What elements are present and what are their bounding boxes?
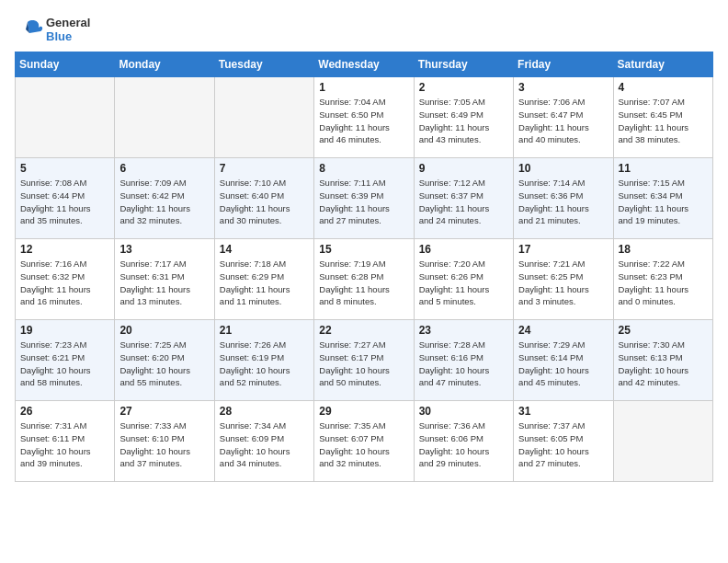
day-number: 22 bbox=[319, 324, 408, 337]
day-number: 17 bbox=[518, 243, 608, 256]
day-info: Sunrise: 7:18 AM Sunset: 6:29 PM Dayligh… bbox=[220, 258, 309, 308]
day-info: Sunrise: 7:33 AM Sunset: 6:10 PM Dayligh… bbox=[119, 419, 209, 470]
column-header-tuesday: Tuesday bbox=[214, 52, 313, 77]
calendar-cell: 3Sunrise: 7:06 AM Sunset: 6:47 PM Daylig… bbox=[514, 77, 613, 158]
day-info: Sunrise: 7:37 AM Sunset: 6:05 PM Dayligh… bbox=[518, 419, 608, 470]
day-number: 23 bbox=[419, 324, 508, 337]
day-number: 26 bbox=[20, 405, 109, 418]
day-info: Sunrise: 7:14 AM Sunset: 6:36 PM Dayligh… bbox=[518, 177, 608, 227]
day-number: 19 bbox=[20, 324, 109, 337]
day-info: Sunrise: 7:36 AM Sunset: 6:06 PM Dayligh… bbox=[419, 419, 508, 470]
calendar-cell: 21Sunrise: 7:26 AM Sunset: 6:19 PM Dayli… bbox=[214, 320, 313, 401]
calendar-cell: 18Sunrise: 7:22 AM Sunset: 6:23 PM Dayli… bbox=[613, 239, 712, 320]
calendar-cell: 10Sunrise: 7:14 AM Sunset: 6:36 PM Dayli… bbox=[514, 158, 613, 239]
day-info: Sunrise: 7:09 AM Sunset: 6:42 PM Dayligh… bbox=[119, 177, 209, 227]
day-number: 4 bbox=[619, 81, 708, 94]
day-number: 9 bbox=[419, 162, 508, 175]
day-info: Sunrise: 7:21 AM Sunset: 6:25 PM Dayligh… bbox=[518, 258, 608, 308]
calendar-week-row: 5Sunrise: 7:08 AM Sunset: 6:44 PM Daylig… bbox=[16, 158, 713, 239]
day-number: 7 bbox=[220, 162, 309, 175]
calendar-week-row: 26Sunrise: 7:31 AM Sunset: 6:11 PM Dayli… bbox=[16, 401, 713, 482]
calendar-cell: 20Sunrise: 7:25 AM Sunset: 6:20 PM Dayli… bbox=[115, 320, 214, 401]
calendar-cell: 13Sunrise: 7:17 AM Sunset: 6:31 PM Dayli… bbox=[115, 239, 214, 320]
day-number: 24 bbox=[518, 324, 608, 337]
calendar-cell: 19Sunrise: 7:23 AM Sunset: 6:21 PM Dayli… bbox=[16, 320, 115, 401]
calendar-cell: 24Sunrise: 7:29 AM Sunset: 6:14 PM Dayli… bbox=[514, 320, 613, 401]
calendar-cell bbox=[115, 77, 214, 158]
day-number: 5 bbox=[20, 162, 109, 175]
calendar-cell: 2Sunrise: 7:05 AM Sunset: 6:49 PM Daylig… bbox=[414, 77, 513, 158]
calendar-cell: 11Sunrise: 7:15 AM Sunset: 6:34 PM Dayli… bbox=[613, 158, 712, 239]
calendar-header-row: SundayMondayTuesdayWednesdayThursdayFrid… bbox=[16, 52, 713, 77]
day-info: Sunrise: 7:20 AM Sunset: 6:26 PM Dayligh… bbox=[419, 258, 508, 308]
day-info: Sunrise: 7:27 AM Sunset: 6:17 PM Dayligh… bbox=[319, 339, 408, 389]
day-number: 10 bbox=[518, 162, 608, 175]
day-number: 15 bbox=[319, 243, 408, 256]
calendar-cell bbox=[214, 77, 313, 158]
day-info: Sunrise: 7:16 AM Sunset: 6:32 PM Dayligh… bbox=[20, 258, 109, 308]
day-number: 12 bbox=[20, 243, 109, 256]
day-info: Sunrise: 7:35 AM Sunset: 6:07 PM Dayligh… bbox=[319, 419, 408, 470]
day-info: Sunrise: 7:34 AM Sunset: 6:09 PM Dayligh… bbox=[220, 419, 309, 470]
day-info: Sunrise: 7:08 AM Sunset: 6:44 PM Dayligh… bbox=[20, 177, 109, 227]
calendar-cell bbox=[613, 401, 712, 482]
calendar-cell: 28Sunrise: 7:34 AM Sunset: 6:09 PM Dayli… bbox=[214, 401, 313, 482]
column-header-thursday: Thursday bbox=[414, 52, 513, 77]
day-number: 20 bbox=[119, 324, 209, 337]
logo: General Blue bbox=[15, 15, 90, 44]
calendar-cell: 1Sunrise: 7:04 AM Sunset: 6:50 PM Daylig… bbox=[314, 77, 414, 158]
calendar-cell bbox=[16, 77, 115, 158]
day-info: Sunrise: 7:15 AM Sunset: 6:34 PM Dayligh… bbox=[619, 177, 708, 227]
calendar-cell: 8Sunrise: 7:11 AM Sunset: 6:39 PM Daylig… bbox=[314, 158, 414, 239]
calendar-cell: 26Sunrise: 7:31 AM Sunset: 6:11 PM Dayli… bbox=[16, 401, 115, 482]
calendar-week-row: 12Sunrise: 7:16 AM Sunset: 6:32 PM Dayli… bbox=[16, 239, 713, 320]
day-info: Sunrise: 7:31 AM Sunset: 6:11 PM Dayligh… bbox=[20, 419, 109, 470]
day-number: 11 bbox=[619, 162, 708, 175]
day-info: Sunrise: 7:05 AM Sunset: 6:49 PM Dayligh… bbox=[419, 96, 508, 146]
logo-bird-icon bbox=[15, 15, 44, 44]
day-number: 31 bbox=[518, 405, 608, 418]
day-number: 8 bbox=[319, 162, 408, 175]
day-info: Sunrise: 7:28 AM Sunset: 6:16 PM Dayligh… bbox=[419, 339, 508, 389]
day-info: Sunrise: 7:23 AM Sunset: 6:21 PM Dayligh… bbox=[20, 339, 109, 389]
day-number: 18 bbox=[619, 243, 708, 256]
day-number: 21 bbox=[220, 324, 309, 337]
day-info: Sunrise: 7:17 AM Sunset: 6:31 PM Dayligh… bbox=[119, 258, 209, 308]
day-info: Sunrise: 7:30 AM Sunset: 6:13 PM Dayligh… bbox=[619, 339, 708, 389]
column-header-wednesday: Wednesday bbox=[314, 52, 414, 77]
calendar-cell: 23Sunrise: 7:28 AM Sunset: 6:16 PM Dayli… bbox=[414, 320, 513, 401]
day-number: 16 bbox=[419, 243, 508, 256]
day-number: 6 bbox=[119, 162, 209, 175]
day-info: Sunrise: 7:19 AM Sunset: 6:28 PM Dayligh… bbox=[319, 258, 408, 308]
calendar-week-row: 1Sunrise: 7:04 AM Sunset: 6:50 PM Daylig… bbox=[16, 77, 713, 158]
calendar-cell: 30Sunrise: 7:36 AM Sunset: 6:06 PM Dayli… bbox=[414, 401, 513, 482]
calendar-cell: 29Sunrise: 7:35 AM Sunset: 6:07 PM Dayli… bbox=[314, 401, 414, 482]
day-number: 30 bbox=[419, 405, 508, 418]
day-info: Sunrise: 7:11 AM Sunset: 6:39 PM Dayligh… bbox=[319, 177, 408, 227]
day-number: 25 bbox=[619, 324, 708, 337]
column-header-friday: Friday bbox=[514, 52, 613, 77]
calendar-cell: 12Sunrise: 7:16 AM Sunset: 6:32 PM Dayli… bbox=[16, 239, 115, 320]
day-number: 28 bbox=[220, 405, 309, 418]
calendar-cell: 22Sunrise: 7:27 AM Sunset: 6:17 PM Dayli… bbox=[314, 320, 414, 401]
page-header: General Blue bbox=[15, 15, 713, 44]
day-info: Sunrise: 7:07 AM Sunset: 6:45 PM Dayligh… bbox=[619, 96, 708, 146]
calendar-cell: 6Sunrise: 7:09 AM Sunset: 6:42 PM Daylig… bbox=[115, 158, 214, 239]
calendar-cell: 25Sunrise: 7:30 AM Sunset: 6:13 PM Dayli… bbox=[613, 320, 712, 401]
day-info: Sunrise: 7:25 AM Sunset: 6:20 PM Dayligh… bbox=[119, 339, 209, 389]
calendar-body: 1Sunrise: 7:04 AM Sunset: 6:50 PM Daylig… bbox=[16, 77, 713, 482]
day-number: 2 bbox=[419, 81, 508, 94]
day-number: 27 bbox=[119, 405, 209, 418]
day-info: Sunrise: 7:29 AM Sunset: 6:14 PM Dayligh… bbox=[518, 339, 608, 389]
logo-blue: Blue bbox=[46, 29, 90, 43]
day-number: 3 bbox=[518, 81, 608, 94]
day-info: Sunrise: 7:04 AM Sunset: 6:50 PM Dayligh… bbox=[319, 96, 408, 146]
column-header-monday: Monday bbox=[115, 52, 214, 77]
day-info: Sunrise: 7:10 AM Sunset: 6:40 PM Dayligh… bbox=[220, 177, 309, 227]
calendar-cell: 17Sunrise: 7:21 AM Sunset: 6:25 PM Dayli… bbox=[514, 239, 613, 320]
day-number: 29 bbox=[319, 405, 408, 418]
day-number: 1 bbox=[319, 81, 408, 94]
column-header-sunday: Sunday bbox=[16, 52, 115, 77]
calendar-table: SundayMondayTuesdayWednesdayThursdayFrid… bbox=[15, 52, 713, 482]
calendar-cell: 15Sunrise: 7:19 AM Sunset: 6:28 PM Dayli… bbox=[314, 239, 414, 320]
